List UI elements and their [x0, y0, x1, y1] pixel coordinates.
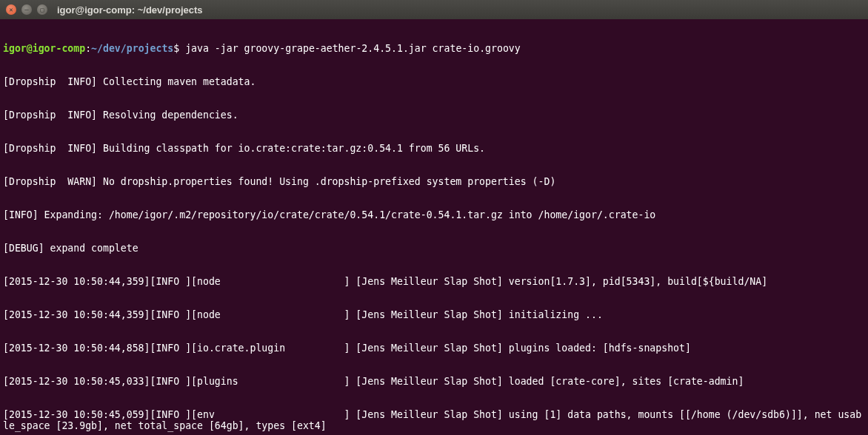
log-line: [INFO] Expanding: /home/igor/.m2/reposit…: [3, 209, 865, 220]
log-line: [Dropship INFO] Resolving dependencies.: [3, 109, 865, 121]
window-titlebar: ✕ – ▢ igor@igor-comp: ~/dev/projects: [0, 0, 868, 19]
log-line: [2015-12-30 10:50:44,359][INFO ][node ] …: [3, 276, 865, 287]
log-line: [2015-12-30 10:50:44,858][INFO ][io.crat…: [3, 343, 865, 354]
log-line: [2015-12-30 10:50:44,359][INFO ][node ] …: [3, 309, 865, 320]
window-title: igor@igor-comp: ~/dev/projects: [57, 4, 203, 16]
prompt-dollar: $: [173, 43, 185, 54]
prompt-sep: :: [85, 43, 91, 54]
minimize-icon[interactable]: –: [21, 4, 32, 15]
maximize-icon[interactable]: ▢: [37, 4, 47, 15]
log-line: [DEBUG] expand complete: [3, 243, 865, 254]
terminal-output[interactable]: igor@igor-comp:~/dev/projects$ java -jar…: [0, 19, 868, 435]
prompt-path: ~/dev/projects: [91, 43, 173, 54]
prompt-line: igor@igor-comp:~/dev/projects$ java -jar…: [3, 43, 865, 54]
command-text: java -jar groovy-grape-aether-2.4.5.1.ja…: [185, 43, 521, 54]
log-line: [Dropship WARN] No dropship.properties f…: [3, 176, 865, 187]
close-icon[interactable]: ✕: [6, 4, 16, 15]
prompt-userhost: igor@igor-comp: [3, 43, 85, 54]
log-line: [Dropship INFO] Building classpath for i…: [3, 143, 865, 154]
log-line: [2015-12-30 10:50:45,059][INFO ][env ] […: [3, 409, 865, 431]
log-line: [2015-12-30 10:50:45,033][INFO ][plugins…: [3, 376, 865, 387]
log-line: [Dropship INFO] Collecting maven metadat…: [3, 76, 865, 87]
